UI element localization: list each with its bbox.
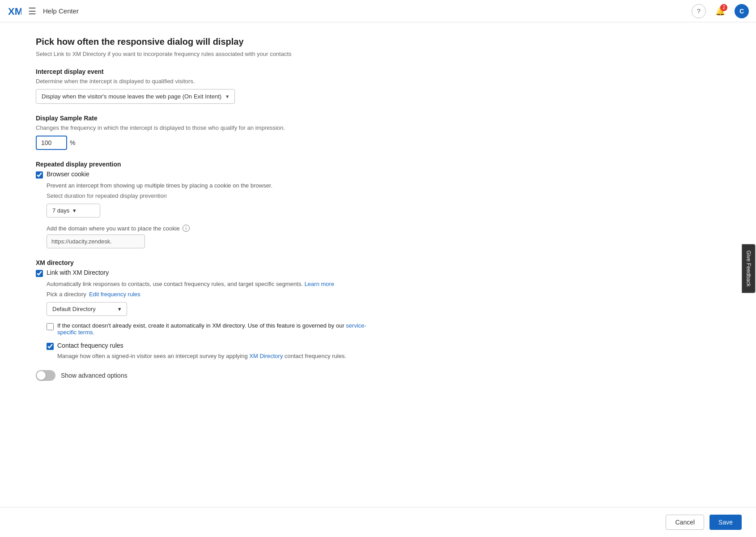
feedback-tab[interactable]: Give Feedback (742, 244, 756, 293)
auto-create-text: If the contact doesn't already exist, cr… (57, 322, 367, 336)
advanced-toggle[interactable] (36, 370, 55, 381)
edit-frequency-link[interactable]: Edit frequency rules (89, 291, 140, 298)
xm-directory-link[interactable]: XM Directory (249, 353, 283, 359)
header-actions: ? 🔔 2 C (692, 4, 749, 18)
domain-label: Add the domain where you want to place t… (47, 225, 367, 232)
domain-input[interactable] (47, 234, 145, 248)
browser-cookie-desc: Prevent an intercept from showing up mul… (47, 182, 367, 189)
link-xm-directory-checkbox[interactable] (36, 270, 43, 277)
advanced-toggle-label: Show advanced options (61, 372, 127, 379)
repeated-display-label: Repeated display prevention (36, 161, 367, 168)
help-icon: ? (697, 8, 701, 15)
header-title: Help Center (43, 7, 79, 15)
contact-freq-checkbox[interactable] (47, 343, 54, 350)
hamburger-button[interactable]: ☰ (25, 4, 39, 18)
directory-chevron-icon: ▾ (118, 306, 121, 312)
pick-directory-label: Pick a directory (47, 291, 86, 298)
pick-directory-row: Pick a directory Edit frequency rules (47, 291, 367, 298)
browser-cookie-checkbox[interactable] (36, 171, 43, 179)
main-content: Pick how often the responsive dialog wil… (0, 22, 403, 426)
user-avatar[interactable]: C (735, 4, 749, 18)
app-header: XM ☰ Help Center ? 🔔 2 C (0, 0, 756, 22)
xm-directory-details: Automatically link responses to contacts… (47, 281, 367, 359)
browser-cookie-label: Browser cookie (47, 170, 89, 178)
page-subtitle: Select Link to XM Directory if you want … (36, 51, 367, 57)
xm-directory-label: XM directory (36, 259, 367, 266)
sample-rate-input-group: % (36, 136, 367, 150)
auto-link-desc: Automatically link responses to contacts… (47, 281, 367, 287)
auto-create-row: If the contact doesn't already exist, cr… (47, 322, 367, 336)
display-sample-rate-label: Display Sample Rate (36, 115, 367, 122)
contact-freq-desc: Manage how often a signed-in visitor see… (57, 353, 367, 359)
intercept-display-chevron-icon: ▾ (226, 93, 229, 100)
percent-suffix: % (70, 139, 75, 146)
intercept-display-desc: Determine when the intercept is displaye… (36, 78, 367, 85)
notification-badge: 2 (720, 4, 727, 11)
toggle-knob (37, 371, 46, 380)
notification-button[interactable]: 🔔 2 (713, 4, 727, 18)
sample-rate-input[interactable] (36, 136, 67, 150)
advanced-options-row: Show advanced options (36, 370, 367, 381)
browser-cookie-details: Prevent an intercept from showing up mul… (47, 182, 367, 248)
help-button[interactable]: ? (692, 4, 706, 18)
intercept-display-section: Intercept display event Determine when t… (36, 68, 367, 104)
intercept-display-label: Intercept display event (36, 68, 367, 75)
logo-area: XM ☰ Help Center (7, 4, 79, 18)
svg-text:XM: XM (8, 6, 21, 17)
directory-dropdown[interactable]: Default Directory ▾ (47, 302, 127, 316)
page-title: Pick how often the responsive dialog wil… (36, 37, 367, 47)
link-xm-directory-label: Link with XM Directory (47, 269, 109, 276)
contact-freq-row: Contact frequency rules (47, 342, 367, 350)
duration-value: 7 days (52, 207, 69, 214)
directory-value: Default Directory (52, 306, 96, 312)
intercept-display-dropdown[interactable]: Display when the visitor's mouse leaves … (36, 89, 235, 104)
display-sample-rate-desc: Changes the frequency in which the inter… (36, 124, 367, 131)
duration-chevron-icon: ▾ (73, 207, 76, 214)
duration-select-label: Select duration for repeated display pre… (47, 192, 367, 199)
contact-freq-label: Contact frequency rules (57, 342, 123, 349)
duration-dropdown[interactable]: 7 days ▾ (47, 204, 100, 217)
repeated-display-section: Repeated display prevention Browser cook… (36, 161, 367, 248)
display-sample-rate-section: Display Sample Rate Changes the frequenc… (36, 115, 367, 150)
learn-more-link[interactable]: Learn more (305, 281, 334, 287)
domain-info-icon[interactable]: i (183, 225, 190, 232)
xm-directory-section: XM directory Link with XM Directory Auto… (36, 259, 367, 359)
xm-logo-icon: XM (7, 4, 21, 18)
auto-create-checkbox[interactable] (47, 323, 54, 330)
intercept-display-value: Display when the visitor's mouse leaves … (42, 93, 221, 100)
